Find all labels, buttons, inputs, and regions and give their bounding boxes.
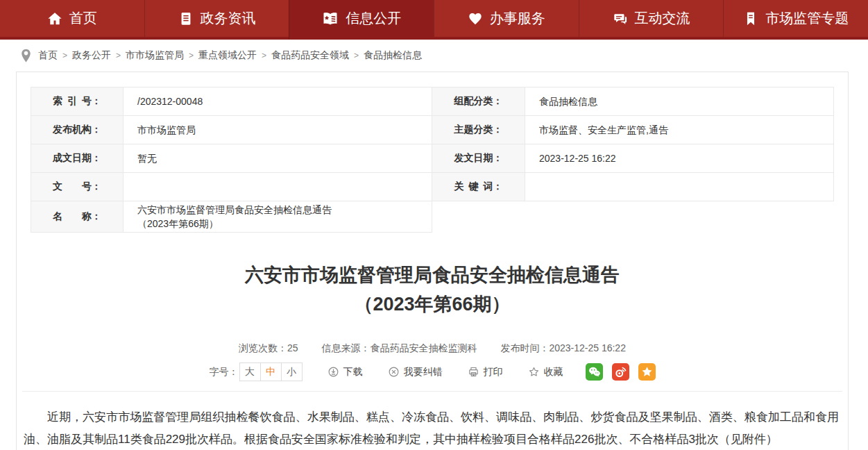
nav-item-gov-news[interactable]: 政务资讯 xyxy=(144,0,289,37)
table-row: 发文日期： 2023-12-25 16:22 xyxy=(432,144,834,173)
article-body: 近期，六安市市场监督管理局组织抽检餐饮食品、水果制品、糕点、冷冻食品、饮料、调味… xyxy=(17,392,848,450)
meta-table-left: 索引号： /202312-00048 发布机构： 市市场监管局 成文日期： 暂无… xyxy=(31,87,432,233)
meta-label-keywords: 关键词： xyxy=(432,172,525,201)
nav-item-special-topics[interactable]: 市场监管专题 xyxy=(723,0,868,37)
location-pin-icon xyxy=(21,49,31,62)
chat-icon xyxy=(613,11,628,26)
table-row: 组配分类： 食品抽检信息 xyxy=(432,87,834,116)
table-row: 成文日期： 暂无 xyxy=(31,144,432,173)
nav-item-label: 政务资讯 xyxy=(201,9,256,28)
info-source: 信息来源：食品药品安全抽检监测科 xyxy=(322,342,477,353)
page-title-line1: 六安市市场监督管理局食品安全抽检信息通告 xyxy=(17,260,848,290)
nav-item-home[interactable]: 首页 xyxy=(0,0,144,37)
star-share-icon[interactable] xyxy=(638,363,656,381)
circle-x-icon xyxy=(388,366,400,378)
page-title: 六安市市场监督管理局食品安全抽检信息通告 （2023年第66期） xyxy=(17,260,848,319)
meta-value-issuing-agency: 市市场监管局 xyxy=(124,115,432,144)
meta-value-index-no: /202312-00048 xyxy=(124,87,432,116)
meta-label-topic: 主题分类： xyxy=(432,115,525,144)
table-row: 关键词： xyxy=(432,172,834,201)
share-buttons xyxy=(586,363,656,381)
breadcrumb-item-home[interactable]: 首页 xyxy=(38,49,58,62)
font-size-medium-button[interactable]: 中 xyxy=(260,362,282,381)
nav-item-label: 办事服务 xyxy=(490,9,545,28)
weibo-share-icon[interactable] xyxy=(612,363,629,381)
font-size-small-button[interactable]: 小 xyxy=(281,362,303,381)
article-meta-line: 浏览次数：25 信息来源：食品药品安全抽检监测科 发布时间：2023-12-25… xyxy=(17,342,848,355)
meta-value-title: 六安市市场监督管理局食品安全抽检信息通告 （2023年第66期） xyxy=(124,201,432,233)
error-correction-button[interactable]: 我要纠错 xyxy=(388,366,443,378)
meta-label-title: 名称： xyxy=(31,201,124,233)
meta-label-written-date: 成文日期： xyxy=(31,144,124,173)
document-meta-tables: 索引号： /202312-00048 发布机构： 市市场监管局 成文日期： 暂无… xyxy=(17,72,848,233)
bookmark-icon xyxy=(743,11,758,26)
meta-value-keywords xyxy=(525,172,834,201)
nav-item-info-disclosure[interactable]: 信息公开 xyxy=(289,0,434,40)
meta-label-doc-number: 文号： xyxy=(31,172,124,201)
table-row: 索引号： /202312-00048 xyxy=(31,87,432,116)
meta-label-issuing-agency: 发布机构： xyxy=(31,115,124,144)
meta-value-written-date: 暂无 xyxy=(124,144,432,173)
page-title-line2: （2023年第66期） xyxy=(17,290,848,319)
breadcrumb-item-gov-disclosure[interactable]: 政务公开 xyxy=(72,49,111,62)
article-toolbar: 字号： 大 中 小 下载 我要纠错 打印 收藏 xyxy=(17,362,848,381)
meta-value-doc-number xyxy=(124,172,432,201)
nav-item-label: 首页 xyxy=(69,9,97,28)
breadcrumb-item-bureau[interactable]: 市市场监管局 xyxy=(126,49,184,62)
meta-value-issue-date: 2023-12-25 16:22 xyxy=(525,144,834,173)
table-row: 主题分类： 市场监督、安全生产监管,通告 xyxy=(432,115,834,144)
table-row: 发布机构： 市市场监管局 xyxy=(31,115,432,144)
breadcrumb-separator: > xyxy=(62,51,67,60)
breadcrumb-item-key-areas[interactable]: 重点领域公开 xyxy=(198,49,257,62)
top-navigation: 首页 政务资讯 信息公开 办事服务 互动交流 市场监管专题 xyxy=(0,0,868,40)
meta-value-category: 食品抽检信息 xyxy=(525,87,834,116)
home-icon xyxy=(47,11,62,26)
print-button[interactable]: 打印 xyxy=(468,366,503,378)
breadcrumb: 首页 > 政务公开 > 市市场监管局 > 重点领域公开 > 食品药品安全领域 >… xyxy=(0,40,868,72)
favorite-button[interactable]: 收藏 xyxy=(528,366,563,378)
breadcrumb-separator: > xyxy=(262,51,266,60)
nav-item-label: 信息公开 xyxy=(346,9,401,28)
meta-label-issue-date: 发文日期： xyxy=(432,144,525,173)
publish-time: 发布时间：2023-12-25 16:22 xyxy=(500,342,626,353)
open-book-icon xyxy=(322,10,339,27)
breadcrumb-separator: > xyxy=(189,51,194,60)
wechat-share-icon[interactable] xyxy=(586,363,603,381)
font-size-label: 字号： xyxy=(210,366,239,378)
meta-label-index-no: 索引号： xyxy=(31,87,124,116)
content-panel: 索引号： /202312-00048 发布机构： 市市场监管局 成文日期： 暂无… xyxy=(16,72,849,450)
nav-item-label: 市场监管专题 xyxy=(765,9,849,28)
nav-item-services[interactable]: 办事服务 xyxy=(434,0,579,37)
table-row: 名称： 六安市市场监督管理局食品安全抽检信息通告 （2023年第66期） xyxy=(31,201,432,233)
view-count: 浏览次数：25 xyxy=(239,342,298,353)
star-outline-icon xyxy=(528,366,540,378)
font-size-group: 大 中 小 xyxy=(240,362,303,381)
breadcrumb-item-food-drug-safety[interactable]: 食品药品安全领域 xyxy=(271,49,349,62)
breadcrumb-item-food-sampling[interactable]: 食品抽检信息 xyxy=(364,49,422,62)
font-size-large-button[interactable]: 大 xyxy=(239,362,261,381)
download-button[interactable]: 下载 xyxy=(327,366,363,378)
nav-item-interaction[interactable]: 互动交流 xyxy=(579,0,724,37)
breadcrumb-separator: > xyxy=(116,51,121,60)
table-row: 文号： xyxy=(31,172,432,201)
nav-item-label: 互动交流 xyxy=(635,9,690,28)
printer-icon xyxy=(468,366,479,378)
breadcrumb-separator: > xyxy=(354,51,359,60)
download-icon xyxy=(327,366,339,378)
meta-value-topic: 市场监督、安全生产监管,通告 xyxy=(525,115,834,144)
heart-icon xyxy=(468,11,483,26)
meta-table-right: 组配分类： 食品抽检信息 主题分类： 市场监督、安全生产监管,通告 发文日期： … xyxy=(432,87,834,233)
meta-label-category: 组配分类： xyxy=(432,87,525,116)
document-icon xyxy=(178,11,194,26)
